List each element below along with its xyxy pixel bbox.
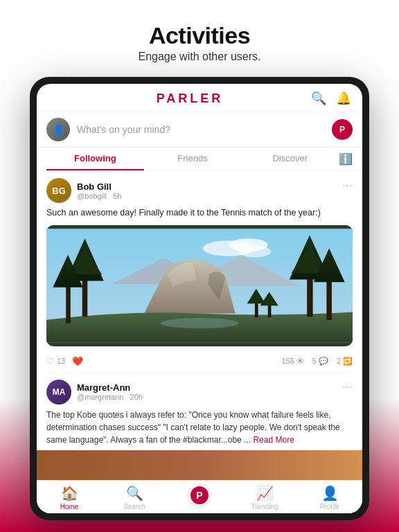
home-icon: 🏠 [61,485,78,502]
nav-profile[interactable]: 👤 Profile [297,485,362,511]
feed: BG Bob Gill @bobgill 5h ··· [37,171,362,480]
post-1-handle: @bobgill 5h [77,192,121,200]
search-nav-icon: 🔍 [126,485,143,502]
info-icon[interactable]: ℹ️ [339,152,353,166]
user-avatar: 👤 [46,118,70,141]
trending-icon: 📈 [256,485,274,502]
reposts-action[interactable]: 2 🔁 [337,357,353,366]
post-2-user: MA Margret-Ann @margretann 20h [46,380,143,405]
compose-button[interactable]: P [332,119,353,140]
post-1-user: BG Bob Gill @bobgill 5h [46,178,121,203]
post-1-username: Bob Gill [77,181,121,192]
post-1-more-icon[interactable]: ··· [342,178,353,193]
composer-input-label[interactable]: What's on your mind? [77,124,325,135]
bell-icon[interactable]: 🔔 [336,91,351,106]
bottom-nav: 🏠 Home 🔍 Search P 📈 Trending 👤 Profile [37,480,362,513]
post-composer[interactable]: 👤 What's on your mind? P [37,112,362,148]
post-2-image [37,450,362,481]
nav-trending[interactable]: 📈 Trending [232,485,297,511]
post-2-text: The top Kobe quotes i always refer to: "… [46,409,353,446]
like-action[interactable]: ♡ 13 [46,356,65,366]
nav-home-label: Home [60,503,79,511]
post-1-action-right: 156 👁 5 💬 2 🔁 [281,357,353,366]
heart-filled-icon[interactable]: ❤️ [72,356,83,366]
tab-friends[interactable]: Friends [144,148,242,170]
svg-point-20 [161,318,239,328]
bob-avatar: BG [46,178,71,203]
header-icons: 🔍 🔔 [311,91,351,106]
tablet-screen: PARLER 🔍 🔔 👤 What's on your mind? P Foll… [37,84,362,513]
post-1: BG Bob Gill @bobgill 5h ··· [37,171,362,373]
post-1-text: Such an awesome day! Finally made it to … [46,207,353,220]
app-logo: PARLER [157,91,224,106]
svg-point-3 [238,245,271,257]
read-more-link[interactable]: Read More [253,435,294,445]
page-title: Activities [139,22,261,49]
page-subtitle: Engage with other users. [139,51,261,63]
comment-icon: 💬 [319,357,328,366]
post-2-username: Margret-Ann [77,382,143,393]
parler-p-icon: P [339,125,345,134]
tab-discover[interactable]: Discover [241,148,339,170]
like-count: 13 [57,357,65,365]
repost-icon: 🔁 [343,357,353,366]
comment-count: 5 [312,357,317,365]
view-count: 156 [281,357,294,365]
page-header: Activities Engage with other users. [139,0,261,63]
margret-avatar: MA [46,380,71,405]
repost-count: 2 [337,357,341,365]
search-icon[interactable]: 🔍 [311,91,326,106]
composer-avatar: 👤 [46,118,70,141]
post-1-header: BG Bob Gill @bobgill 5h ··· [46,178,353,203]
feed-tabs: Following Friends Discover ℹ️ [37,148,362,171]
post-2-more-icon[interactable]: ··· [342,380,353,394]
nav-search[interactable]: 🔍 Search [102,485,167,511]
parler-center-icon[interactable]: P [189,485,210,506]
heart-outline-icon: ♡ [46,356,55,366]
eye-icon: 👁 [296,357,304,365]
tablet-frame: PARLER 🔍 🔔 👤 What's on your mind? P Foll… [30,77,369,520]
post-2: MA Margret-Ann @margretann 20h ··· [37,373,362,481]
profile-icon: 👤 [321,485,339,502]
post-1-image [46,225,353,346]
nav-search-label: Search [123,503,145,511]
post-2-header: MA Margret-Ann @margretann 20h ··· [46,380,353,405]
nav-parler[interactable]: P [167,485,232,511]
post-1-meta: Bob Gill @bobgill 5h [77,181,121,200]
nav-trending-label: Trending [251,503,278,511]
views-action: 156 👁 [281,357,303,365]
nav-profile-label: Profile [320,503,339,511]
post-1-actions: ♡ 13 ❤️ 156 👁 5 💬 [46,352,353,373]
post-2-meta: Margret-Ann @margretann 20h [77,382,143,401]
tab-following[interactable]: Following [46,148,144,170]
comments-action[interactable]: 5 💬 [312,357,328,366]
post-2-handle: @margretann 20h [77,393,143,401]
app-header: PARLER 🔍 🔔 [37,84,362,112]
post-1-action-left: ♡ 13 ❤️ [46,356,83,366]
nav-home[interactable]: 🏠 Home [37,485,102,511]
